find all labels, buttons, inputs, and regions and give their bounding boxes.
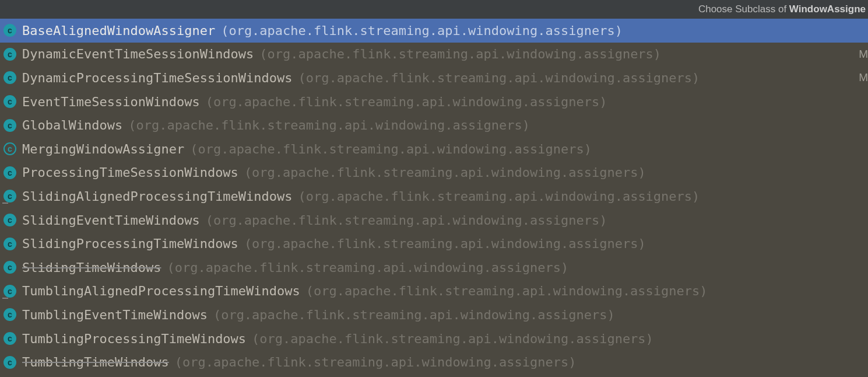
popup-title: Choose Subclass of WindowAssigne (0, 0, 868, 19)
abstract-class-icon (3, 142, 16, 155)
package-path: (org.apache.flink.streaming.api.windowin… (298, 71, 700, 85)
list-item[interactable]: SlidingTimeWindows(org.apache.flink.stre… (0, 256, 868, 280)
list-item[interactable]: ProcessingTimeSessionWindows(org.apache.… (0, 161, 868, 185)
package-path: (org.apache.flink.streaming.api.windowin… (206, 213, 607, 228)
class-icon (3, 119, 16, 132)
class-name: ProcessingTimeSessionWindows (22, 165, 238, 180)
list-item[interactable]: SlidingProcessingTimeWindows(org.apache.… (0, 232, 868, 256)
package-path: (org.apache.flink.streaming.api.windowin… (206, 95, 607, 109)
package-path: (org.apache.flink.streaming.api.windowin… (128, 118, 530, 132)
class-name: SlidingEventTimeWindows (22, 213, 200, 228)
class-icon (3, 48, 16, 61)
list-item[interactable]: GlobalWindows(org.apache.flink.streaming… (0, 113, 868, 137)
class-icon (3, 95, 16, 108)
list-item[interactable]: DynamicEventTimeSessionWindows(org.apach… (0, 43, 868, 67)
popup-title-prefix: Choose Subclass of (698, 4, 789, 15)
deprecated-badge-icon (2, 298, 8, 299)
class-icon (3, 238, 16, 250)
list-item[interactable]: TumblingEventTimeWindows(org.apache.flin… (0, 303, 868, 327)
package-path: (org.apache.flink.streaming.api.windowin… (190, 142, 592, 156)
class-icon (3, 261, 16, 274)
list-item[interactable]: DynamicProcessingTimeSessionWindows(org.… (0, 66, 868, 90)
list-item[interactable]: EventTimeSessionWindows(org.apache.flink… (0, 90, 868, 114)
class-icon (3, 308, 16, 321)
package-path: (org.apache.flink.streaming.api.windowin… (213, 308, 615, 322)
class-icon (3, 356, 16, 369)
class-name: TumblingTimeWindows (22, 355, 169, 369)
class-icon (3, 190, 16, 203)
list-item[interactable]: BaseAlignedWindowAssigner(org.apache.fli… (0, 19, 868, 43)
list-item[interactable]: TumblingAlignedProcessingTimeWindows(org… (0, 280, 868, 303)
package-path: (org.apache.flink.streaming.api.windowin… (298, 189, 700, 204)
package-path: (org.apache.flink.streaming.api.windowin… (167, 260, 568, 275)
class-icon (3, 166, 16, 179)
class-name: EventTimeSessionWindows (22, 95, 200, 109)
list-item[interactable]: SlidingAlignedProcessingTimeWindows(org.… (0, 184, 868, 208)
list-item[interactable]: TumblingTimeWindows(org.apache.flink.str… (0, 350, 868, 374)
type-hint: M (854, 48, 868, 61)
class-name: SlidingTimeWindows (22, 260, 161, 275)
class-name: SlidingProcessingTimeWindows (22, 236, 238, 251)
popup-title-classname: WindowAssigne (789, 4, 866, 15)
subclass-list[interactable]: BaseAlignedWindowAssigner(org.apache.fli… (0, 19, 868, 374)
class-name: TumblingEventTimeWindows (22, 308, 208, 322)
package-path: (org.apache.flink.streaming.api.windowin… (244, 165, 646, 180)
class-icon (3, 71, 16, 84)
class-name: SlidingAlignedProcessingTimeWindows (22, 189, 293, 204)
class-name: DynamicProcessingTimeSessionWindows (22, 71, 293, 85)
class-name: MergingWindowAssigner (22, 142, 184, 156)
class-name: GlobalWindows (22, 118, 122, 132)
class-name: TumblingProcessingTimeWindows (22, 331, 246, 346)
type-hint: M (854, 71, 868, 84)
class-icon (3, 214, 16, 226)
package-path: (org.apache.flink.streaming.api.windowin… (259, 47, 661, 61)
package-path: (org.apache.flink.streaming.api.windowin… (306, 284, 708, 298)
class-icon (3, 24, 16, 37)
list-item[interactable]: SlidingEventTimeWindows(org.apache.flink… (0, 208, 868, 232)
list-item[interactable]: MergingWindowAssigner(org.apache.flink.s… (0, 137, 868, 161)
list-item[interactable]: TumblingProcessingTimeWindows(org.apache… (0, 327, 868, 351)
class-icon (3, 332, 16, 345)
package-path: (org.apache.flink.streaming.api.windowin… (244, 236, 646, 251)
deprecated-badge-icon (2, 203, 8, 204)
class-name: BaseAlignedWindowAssigner (22, 23, 215, 38)
package-path: (org.apache.flink.streaming.api.windowin… (252, 331, 653, 346)
class-name: TumblingAlignedProcessingTimeWindows (22, 284, 300, 298)
package-path: (org.apache.flink.streaming.api.windowin… (175, 355, 577, 369)
class-name: DynamicEventTimeSessionWindows (22, 47, 254, 61)
package-path: (org.apache.flink.streaming.api.windowin… (221, 23, 623, 38)
class-icon (3, 285, 16, 298)
